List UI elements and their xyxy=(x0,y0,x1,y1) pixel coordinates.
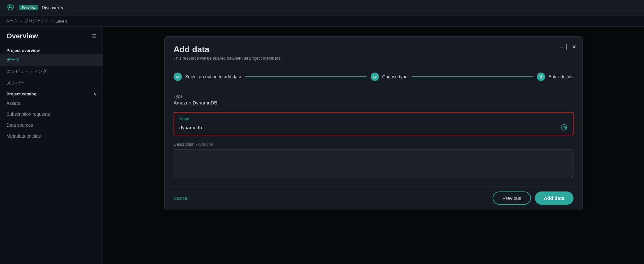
modal-panel: Add data This resource will be shared be… xyxy=(164,36,583,210)
modal-close-button[interactable]: ←| × xyxy=(559,43,576,51)
type-info: Type Amazon DynamoDB xyxy=(174,94,573,105)
step-1: Select an option to add data xyxy=(174,73,241,81)
input-info-icon xyxy=(561,124,568,131)
sidebar-item-label: Subscription requests xyxy=(6,112,50,117)
description-textarea[interactable] xyxy=(174,149,573,178)
breadcrumb-sep2: > xyxy=(51,19,54,24)
cancel-button[interactable]: Cancel xyxy=(174,195,189,201)
sidebar-item-label: コンピューティング xyxy=(6,69,47,74)
svg-point-1 xyxy=(9,4,14,9)
sidebar-item-members[interactable]: メンバー xyxy=(0,77,103,89)
sidebar-section-project-catalog[interactable]: Project catalog ∧ xyxy=(0,89,103,98)
step-2: Choose type xyxy=(371,73,408,81)
sidebar-title: Overview xyxy=(6,32,38,40)
name-field-group: Name xyxy=(174,112,573,135)
sidebar-header: Overview ☰ xyxy=(0,32,103,45)
name-input-row xyxy=(179,124,568,131)
modal-overlay: Add data This resource will be shared be… xyxy=(103,27,644,264)
close-icon: × xyxy=(572,43,576,51)
modal-footer: Cancel Previous Add data xyxy=(165,186,582,210)
step-3-label: Enter details xyxy=(548,74,573,79)
modal-subtitle: This resource will be shared between all… xyxy=(174,56,573,61)
back-icon: ←| xyxy=(559,43,567,51)
sidebar-item-metadata-entities[interactable]: Metadata entities xyxy=(0,131,103,142)
step-2-label: Choose type xyxy=(382,74,408,79)
step-line-2 xyxy=(412,76,533,77)
add-data-button[interactable]: Add data xyxy=(535,191,573,205)
step-3: 3 Enter details xyxy=(537,73,573,81)
chevron-down-icon: ∨ xyxy=(61,5,64,10)
sidebar-item-subscription-requests[interactable]: Subscription requests xyxy=(0,109,103,120)
stepper: Select an option to add data Choose type xyxy=(165,66,582,87)
modal-body: Type Amazon DynamoDB Name xyxy=(165,87,582,186)
logo xyxy=(5,3,15,13)
collapse-icon: ☰ xyxy=(92,33,96,39)
sidebar-item-label: Data sources xyxy=(6,122,33,128)
sidebar-item-label: Metadata entities xyxy=(6,133,41,139)
sidebar-item-label: メンバー xyxy=(6,80,24,86)
step-3-circle: 3 xyxy=(537,73,545,81)
breadcrumb-sep1: > xyxy=(20,19,22,24)
type-value: Amazon DynamoDB xyxy=(174,100,573,105)
preview-badge[interactable]: Preview xyxy=(19,5,38,10)
sidebar-item-label: Assets xyxy=(6,101,20,106)
modal-header: Add data This resource will be shared be… xyxy=(165,37,582,66)
breadcrumb-current[interactable]: Lakeh xyxy=(55,19,67,24)
sidebar: Overview ☰ Project overview データ コンピューティン… xyxy=(0,27,103,264)
step-line-1 xyxy=(245,76,367,77)
name-input[interactable] xyxy=(179,125,558,130)
breadcrumb-projects[interactable]: プロジェクト xyxy=(24,18,49,24)
breadcrumb: ホーム > プロジェクト > Lakeh xyxy=(0,15,644,27)
footer-right: Previous Add data xyxy=(493,191,573,205)
breadcrumb-home[interactable]: ホーム xyxy=(5,18,18,24)
sidebar-item-data[interactable]: データ xyxy=(0,54,103,66)
step-1-label: Select an option to add data xyxy=(185,74,241,79)
sidebar-collapse-button[interactable]: ☰ xyxy=(92,33,96,39)
description-label: Description - optional xyxy=(174,142,573,147)
content-area: Add data This resource will be shared be… xyxy=(103,27,644,264)
modal-title: Add data xyxy=(174,44,573,54)
sidebar-item-computing[interactable]: コンピューティング xyxy=(0,66,103,77)
previous-button[interactable]: Previous xyxy=(493,191,531,205)
discover-menu[interactable]: Discover ∨ xyxy=(42,5,64,10)
sidebar-section-project-overview: Project overview xyxy=(0,45,103,54)
description-field-container: Description - optional xyxy=(174,142,573,180)
top-nav: Preview Discover ∨ xyxy=(0,0,644,15)
step-1-circle xyxy=(174,73,182,81)
step-2-circle xyxy=(371,73,379,81)
name-field-label: Name xyxy=(179,116,568,121)
chevron-up-icon: ∧ xyxy=(93,92,96,96)
type-label: Type xyxy=(174,94,573,99)
sidebar-item-data-sources[interactable]: Data sources xyxy=(0,120,103,131)
sidebar-item-label: データ xyxy=(6,57,20,63)
optional-label: optional xyxy=(198,142,213,147)
svg-point-5 xyxy=(565,127,566,128)
sidebar-item-assets[interactable]: Assets xyxy=(0,98,103,109)
main-layout: Overview ☰ Project overview データ コンピューティン… xyxy=(0,27,644,264)
